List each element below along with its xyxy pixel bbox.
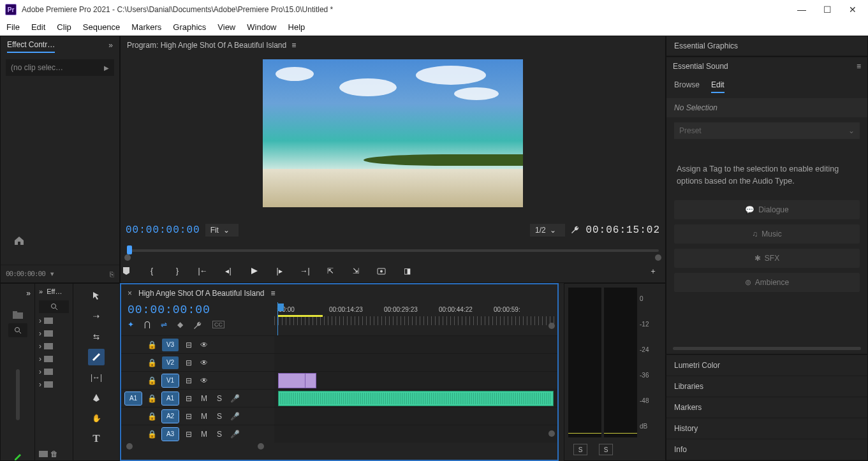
sync-lock-icon[interactable]: ⊟ xyxy=(184,394,194,403)
libraries-tab[interactable]: Libraries xyxy=(666,376,867,397)
marker-icon[interactable]: ◆ xyxy=(177,320,183,329)
resolution-dropdown[interactable]: 1/2 ⌄ xyxy=(530,224,565,237)
mute-button[interactable]: M xyxy=(199,412,209,421)
effects-folder[interactable]: › xyxy=(35,340,73,353)
project-scrollbar[interactable] xyxy=(16,369,20,420)
pen-tool[interactable] xyxy=(88,390,105,406)
zoom-handle-right[interactable] xyxy=(258,443,264,450)
track-a1-lane[interactable] xyxy=(274,389,557,407)
es-ambience-button[interactable]: ⊚Ambience xyxy=(674,273,860,292)
mark-in-icon[interactable]: { xyxy=(146,265,158,277)
close-sequence-icon[interactable]: × xyxy=(128,289,132,298)
voiceover-icon[interactable]: 🎤 xyxy=(230,394,240,403)
zoom-handle-left[interactable] xyxy=(126,443,133,450)
panel-menu-icon[interactable]: ≡ xyxy=(270,289,275,298)
essential-sound-tab[interactable]: Essential Sound xyxy=(673,62,728,71)
sequence-title[interactable]: High Angle Shot Of A Beautiful Island xyxy=(138,289,264,298)
timeline-timecode[interactable]: 00:00:00:00 xyxy=(128,304,210,316)
mute-button[interactable]: M xyxy=(199,430,209,439)
eye-icon[interactable]: 👁 xyxy=(199,340,209,349)
solo-button[interactable]: S xyxy=(214,412,224,421)
program-scrubber[interactable] xyxy=(121,243,665,260)
mark-out-icon[interactable]: } xyxy=(172,265,183,277)
es-preset-dropdown[interactable]: Preset⌄ xyxy=(674,122,860,139)
eye-icon[interactable]: 👁 xyxy=(199,376,209,385)
home-icon[interactable] xyxy=(13,235,25,245)
track-a2-lane[interactable] xyxy=(274,407,557,425)
lock-icon[interactable]: 🔒 xyxy=(147,358,157,367)
comparison-view-icon[interactable]: ◨ xyxy=(401,265,413,277)
wrench-icon[interactable] xyxy=(570,225,580,235)
lumetri-color-tab[interactable]: Lumetri Color xyxy=(666,355,867,376)
sync-lock-icon[interactable]: ⊟ xyxy=(184,430,194,439)
ripple-edit-tool[interactable]: ⇆ xyxy=(88,328,105,345)
lock-icon[interactable]: 🔒 xyxy=(147,376,157,385)
voiceover-icon[interactable]: 🎤 xyxy=(230,430,240,439)
effects-folder[interactable]: › xyxy=(35,314,73,327)
playhead-icon[interactable]: ▾ xyxy=(50,270,54,278)
menu-help[interactable]: Help xyxy=(288,22,305,32)
track-scroll-end[interactable] xyxy=(548,430,555,437)
lift-icon[interactable]: ⇱ xyxy=(325,265,336,277)
add-marker-icon[interactable] xyxy=(121,265,132,277)
pen-icon[interactable] xyxy=(13,451,22,460)
hand-tool[interactable]: ✋ xyxy=(88,410,105,427)
zoom-scroll-end[interactable] xyxy=(548,323,555,329)
menu-sequence[interactable]: Sequence xyxy=(83,22,121,32)
razor-tool[interactable] xyxy=(88,349,105,365)
sync-lock-icon[interactable]: ⊟ xyxy=(184,358,194,367)
insert-mode-icon[interactable]: ✦ xyxy=(128,320,134,329)
panel-overflow-icon[interactable]: » xyxy=(108,41,113,50)
effects-folder[interactable]: › xyxy=(35,353,73,365)
effect-controls-tab[interactable]: Effect Contr… xyxy=(7,38,55,53)
program-video[interactable] xyxy=(263,59,523,207)
es-music-button[interactable]: ♫Music xyxy=(674,224,860,244)
es-edit-tab[interactable]: Edit xyxy=(711,80,725,93)
eye-icon[interactable]: 👁 xyxy=(199,358,209,367)
close-button[interactable]: ✕ xyxy=(846,3,859,16)
es-sfx-button[interactable]: ✱SFX xyxy=(674,249,860,268)
track-v1[interactable]: V1 xyxy=(162,374,179,387)
markers-tab[interactable]: Markers xyxy=(666,397,867,418)
panel-overflow-icon[interactable]: » xyxy=(26,289,34,298)
meter-solo-right[interactable]: S xyxy=(599,444,613,455)
button-editor-icon[interactable]: ＋ xyxy=(647,265,659,277)
snap-icon[interactable]: ⋂ xyxy=(144,320,151,329)
panel-menu-icon[interactable]: ≡ xyxy=(857,62,861,71)
source-a1[interactable]: A1 xyxy=(125,392,142,405)
mute-button[interactable]: M xyxy=(199,394,209,403)
new-bin-icon[interactable] xyxy=(39,451,48,457)
effects-folder[interactable]: › xyxy=(35,327,73,340)
menu-clip[interactable]: Clip xyxy=(57,22,71,32)
right-scrollbar[interactable] xyxy=(673,347,861,350)
essential-graphics-tab[interactable]: Essential Graphics xyxy=(666,36,867,56)
captions-icon[interactable]: CC xyxy=(212,321,224,328)
export-frame-icon[interactable] xyxy=(376,265,387,277)
delete-icon[interactable]: 🗑 xyxy=(50,450,58,458)
info-tab[interactable]: Info xyxy=(666,439,867,460)
track-v1-lane[interactable] xyxy=(274,371,557,389)
bin-icon[interactable] xyxy=(12,311,24,319)
go-to-in-icon[interactable]: |← xyxy=(197,265,209,277)
sync-lock-icon[interactable]: ⊟ xyxy=(184,340,194,349)
go-to-out-icon[interactable]: →| xyxy=(299,265,311,277)
linked-selection-icon[interactable]: ⇌ xyxy=(161,320,167,329)
track-a2[interactable]: A2 xyxy=(162,410,179,423)
track-a1[interactable]: A1 xyxy=(162,392,179,405)
menu-markers[interactable]: Markers xyxy=(131,22,161,32)
type-tool[interactable]: T xyxy=(88,430,105,447)
extract-icon[interactable]: ⇲ xyxy=(350,265,362,277)
menu-graphics[interactable]: Graphics xyxy=(173,22,206,32)
menu-view[interactable]: View xyxy=(217,22,235,32)
video-clip[interactable] xyxy=(278,373,316,388)
track-v2-lane[interactable] xyxy=(274,353,557,371)
effects-folder[interactable]: › xyxy=(35,365,73,378)
program-timecode-left[interactable]: 00:00:00:00 xyxy=(126,224,200,236)
menu-file[interactable]: File xyxy=(6,22,20,32)
fit-dropdown[interactable]: Fit ⌄ xyxy=(205,224,239,237)
step-forward-icon[interactable]: |▸ xyxy=(274,265,285,277)
new-item-icon[interactable]: ⎘ xyxy=(110,270,114,278)
panel-overflow-icon[interactable]: » xyxy=(39,288,43,295)
lock-icon[interactable]: 🔒 xyxy=(147,430,157,439)
track-select-tool[interactable]: ⇢ xyxy=(88,308,105,325)
